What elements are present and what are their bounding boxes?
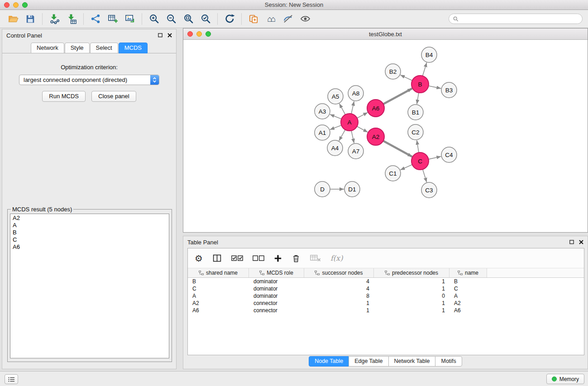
zoom-in-button[interactable] (145, 12, 163, 26)
float-panel-icon[interactable] (158, 33, 163, 38)
tab-motifs[interactable]: Motifs (435, 356, 462, 367)
graph-node-B2[interactable]: B2 (385, 64, 401, 79)
graph-node-C1[interactable]: C1 (385, 166, 401, 181)
graph-edge-A-A7[interactable] (351, 131, 354, 143)
table-row[interactable]: Adominator80A (188, 292, 584, 300)
deselect-all-icon[interactable] (253, 255, 264, 262)
tab-select[interactable]: Select (90, 43, 118, 53)
import-table-file-button[interactable] (63, 12, 80, 26)
zoom-out-button[interactable] (163, 12, 180, 26)
minimize-window-button[interactable] (13, 2, 19, 8)
graph-edge-A6-B[interactable] (383, 89, 412, 105)
column-selector-icon[interactable] (212, 253, 222, 263)
table-row[interactable]: A2connector11A2 (188, 300, 584, 307)
graph-node-A[interactable]: A (341, 114, 358, 131)
graph-node-B1[interactable]: B1 (408, 105, 423, 120)
graph-edge-A-A8[interactable] (351, 101, 354, 114)
minimize-network-window-button[interactable] (196, 31, 202, 37)
close-network-window-button[interactable] (187, 31, 193, 37)
column-header[interactable]: successor nodes (304, 268, 374, 277)
tab-network-table[interactable]: Network Table (388, 356, 436, 367)
graph-node-A1[interactable]: A1 (315, 125, 330, 140)
mcds-result-item[interactable]: C (13, 236, 167, 243)
tab-node-table[interactable]: Node Table (309, 356, 349, 367)
graph-edge-A-A5[interactable] (339, 104, 345, 115)
show-hide-button[interactable] (296, 12, 314, 26)
zoom-selected-button[interactable] (197, 12, 214, 26)
tab-edge-table[interactable]: Edge Table (349, 356, 388, 367)
graph-edge-C-C1[interactable] (400, 165, 412, 170)
tab-network[interactable]: Network (31, 43, 64, 53)
graph-edge-A-A4[interactable] (339, 130, 345, 141)
column-header[interactable]: shared name (188, 268, 249, 277)
zoom-fit-button[interactable] (180, 12, 197, 26)
graph-edge-A-A6[interactable] (357, 112, 368, 118)
close-panel-icon[interactable] (579, 240, 583, 244)
mcds-result-item[interactable]: A6 (13, 243, 167, 251)
graph-node-C2[interactable]: C2 (408, 124, 423, 140)
graph-edge-A-A2[interactable] (357, 126, 368, 132)
graph-edge-C-C2[interactable] (417, 140, 419, 152)
network-canvas[interactable]: B4B2BB3A5A8A6B1A3AC2A1A2A4A7CC4C1C3DD1 (183, 40, 588, 232)
optimization-criterion-dropdown[interactable]: largest connected component (directed) (19, 75, 159, 85)
graph-node-C[interactable]: C (411, 152, 429, 170)
graph-edge-B-B3[interactable] (429, 86, 441, 89)
graph-node-D1[interactable]: D1 (344, 181, 360, 197)
table-row[interactable]: Cdominator41C (188, 285, 584, 292)
search-input[interactable] (461, 16, 578, 22)
graph-edge-A-A3[interactable] (330, 114, 342, 119)
mcds-result-item[interactable]: A (13, 222, 167, 229)
table-row[interactable]: Bdominator41B (188, 278, 584, 285)
graph-node-A8[interactable]: A8 (348, 86, 363, 101)
run-mcds-button[interactable]: Run MCDS (42, 91, 86, 102)
graph-node-B[interactable]: B (411, 76, 429, 93)
memory-button[interactable]: Memory (546, 374, 584, 384)
close-window-button[interactable] (4, 2, 10, 8)
new-table-button[interactable] (104, 12, 121, 26)
hide-details-button[interactable] (279, 12, 296, 26)
graph-node-B4[interactable]: B4 (421, 47, 437, 62)
graph-edge-B-B1[interactable] (417, 93, 419, 104)
zoom-window-button[interactable] (22, 2, 28, 8)
import-network-file-button[interactable] (46, 12, 63, 26)
graph-node-A6[interactable]: A6 (367, 100, 384, 117)
graph-node-A3[interactable]: A3 (315, 104, 330, 119)
graph-node-C3[interactable]: C3 (421, 182, 437, 198)
refresh-layout-button[interactable] (221, 12, 238, 26)
column-header[interactable]: MCDS role (249, 268, 304, 277)
delete-column-icon[interactable] (292, 254, 301, 263)
function-builder-icon[interactable]: f(x) (330, 254, 343, 262)
mcds-result-item[interactable]: B (13, 229, 167, 236)
zoom-network-window-button[interactable] (206, 31, 211, 37)
close-panel-button[interactable]: Close panel (91, 91, 136, 102)
graph-edge-C-C4[interactable] (429, 157, 441, 159)
mcds-result-list[interactable]: A2ABCA6 (10, 214, 169, 358)
open-session-button[interactable] (5, 12, 22, 26)
tab-mcds[interactable]: MCDS (119, 43, 148, 53)
column-header[interactable]: name (449, 268, 487, 277)
float-panel-icon[interactable] (569, 240, 574, 244)
graph-edge-B-B2[interactable] (400, 75, 412, 81)
graph-node-D[interactable]: D (315, 181, 330, 197)
home-button[interactable]: ⌂⌂ (262, 12, 279, 26)
graph-node-A7[interactable]: A7 (348, 143, 363, 159)
add-column-icon[interactable] (274, 254, 282, 262)
table-row[interactable]: A6connector11A6 (188, 307, 584, 314)
select-all-icon[interactable] (231, 255, 243, 262)
task-history-button[interactable] (5, 374, 18, 384)
graph-edge-C-C3[interactable] (423, 169, 427, 182)
graph-edge-A-A1[interactable] (330, 125, 342, 130)
new-network-button[interactable] (87, 12, 104, 26)
graph-edge-A2-C[interactable] (383, 141, 412, 157)
save-session-button[interactable] (22, 12, 39, 26)
graph-node-B3[interactable]: B3 (441, 82, 457, 98)
export-image-button[interactable] (121, 12, 139, 26)
open-panel-button[interactable] (245, 12, 262, 26)
search-field[interactable] (449, 14, 583, 24)
graph-node-A2[interactable]: A2 (367, 128, 384, 145)
network-graph-svg[interactable]: B4B2BB3A5A8A6B1A3AC2A1A2A4A7CC4C1C3DD1 (183, 40, 588, 232)
gear-icon[interactable]: ⚙ (195, 254, 203, 263)
tab-style[interactable]: Style (65, 43, 90, 53)
close-panel-icon[interactable] (167, 33, 172, 38)
mcds-result-item[interactable]: A2 (13, 214, 167, 222)
